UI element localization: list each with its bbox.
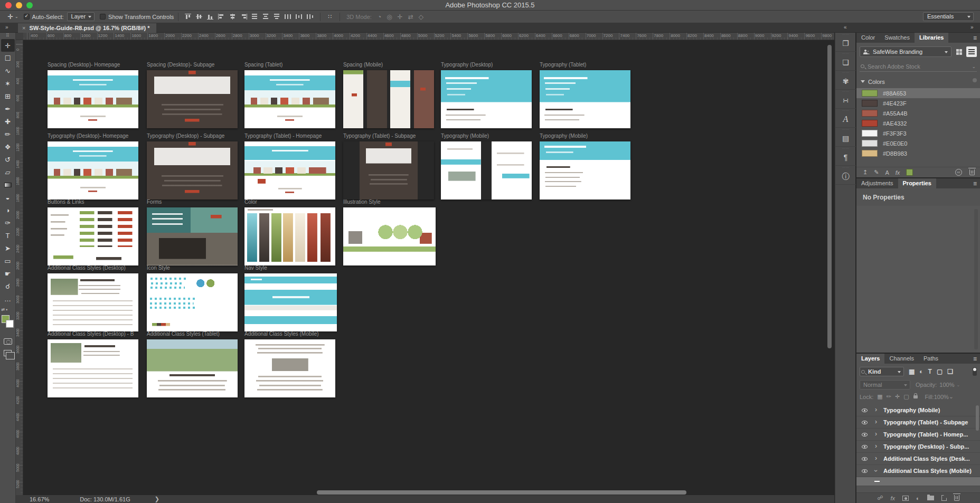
chevron-down-icon[interactable]: ⌄: [972, 64, 976, 69]
artboard-label[interactable]: Buttons & Links: [48, 199, 84, 205]
expand-chevron-icon[interactable]: ›: [875, 454, 877, 462]
device-preview-icon[interactable]: ⋯⋯❐: [835, 33, 856, 52]
artboard-label[interactable]: Icon Style: [147, 265, 170, 271]
hand-tool[interactable]: ☛: [1, 267, 15, 280]
path-selection-tool[interactable]: ➤: [1, 242, 15, 254]
glyphs-panel-icon[interactable]: ⋯⋯A: [835, 109, 856, 128]
tab-swatches[interactable]: Swatches: [880, 33, 915, 43]
distribute-top-edges-icon[interactable]: [251, 14, 258, 20]
delete-icon[interactable]: [969, 169, 975, 175]
visibility-eye-icon[interactable]: [862, 469, 868, 473]
3d-pan-icon[interactable]: ✛: [398, 13, 403, 21]
artboard-thumbnail[interactable]: [147, 70, 238, 128]
close-tab-icon[interactable]: ×: [22, 25, 25, 31]
artboard-thumbnail[interactable]: [244, 141, 335, 200]
artboard-thumbnail[interactable]: [48, 339, 138, 397]
tab-properties[interactable]: Properties: [898, 178, 936, 188]
library-color-item[interactable]: #F3F3F3: [856, 128, 980, 138]
visibility-eye-icon[interactable]: [862, 457, 868, 461]
artboard-thumbnail[interactable]: [244, 273, 337, 331]
artboard-label[interactable]: Additional Class Styles (Tablet): [147, 331, 220, 337]
eyedropper-tool[interactable]: ✒: [1, 102, 15, 115]
3d-roll-icon[interactable]: ◎: [387, 13, 392, 21]
status-expander-icon[interactable]: ❯: [155, 496, 159, 502]
layer-row[interactable]: ›Typography (Tablet) - Homep...: [856, 429, 980, 441]
brush-settings-icon[interactable]: ⋯⋯✾: [835, 71, 856, 90]
delete-layer-icon[interactable]: [954, 495, 959, 501]
filter-kind-dropdown[interactable]: Kind: [860, 367, 904, 376]
vertical-ruler[interactable]: 0200400600800100012001400160018002000220…: [16, 40, 23, 495]
toolbar-collapse-icon[interactable]: »: [5, 24, 8, 30]
artboard-panel-icon[interactable]: ⋯⋯❏: [835, 52, 856, 71]
lock-artboard-icon[interactable]: ▢: [903, 393, 909, 400]
artboard-label[interactable]: Typography (Mobile): [540, 133, 588, 139]
lock-all-icon[interactable]: [913, 395, 918, 398]
artboard-thumbnail[interactable]: [48, 70, 138, 128]
move-tool-badge[interactable]: ✛⌄: [7, 13, 18, 21]
distribute-horizontal-centers-icon[interactable]: [296, 14, 303, 20]
background-color-swatch[interactable]: [6, 320, 14, 328]
library-color-item[interactable]: #88A653: [856, 88, 980, 98]
type-tool[interactable]: T: [1, 229, 15, 242]
add-character-style-icon[interactable]: A: [885, 169, 889, 176]
layer-row[interactable]: ›Additional Class Styles (Mobile): [856, 465, 980, 477]
artboard-thumbnail[interactable]: [244, 207, 335, 265]
library-color-item[interactable]: #4E423F: [856, 98, 980, 108]
creative-cloud-sync-icon[interactable]: cc: [955, 169, 962, 176]
filter-smart-objects-icon[interactable]: ❏: [947, 368, 953, 375]
canvas-vertical-scrollbar[interactable]: [827, 45, 832, 348]
document-tab[interactable]: × SW-Style-Guide-R8.psd @ 16.7% (RGB/8#)…: [18, 23, 156, 33]
artboard-thumbnail[interactable]: [244, 70, 335, 128]
expand-chevron-icon[interactable]: ›: [875, 430, 877, 438]
layer-list-scrollbar[interactable]: [976, 405, 979, 431]
artboard-thumbnail[interactable]: [343, 207, 436, 265]
filter-adjustment-layers-icon[interactable]: ◐: [919, 368, 923, 375]
new-layer-icon[interactable]: [941, 495, 947, 501]
upload-icon[interactable]: ↥: [863, 169, 868, 176]
horizontal-ruler[interactable]: 4006008001000120014001600180020002200240…: [23, 33, 834, 40]
artboard-thumbnail[interactable]: [147, 141, 238, 200]
workspace-dropdown[interactable]: Essentials: [923, 12, 974, 21]
align-left-edges-icon[interactable]: [218, 14, 225, 20]
filter-pixel-layers-icon[interactable]: ▦: [909, 368, 915, 375]
artboard-thumbnail[interactable]: [441, 141, 532, 200]
tab-layers[interactable]: Layers: [856, 354, 884, 364]
artboard-thumbnail[interactable]: [343, 141, 434, 200]
artboard-label[interactable]: Spacing (Mobile): [343, 62, 383, 68]
artboard-label[interactable]: Additional Class Styles (Desktop) - B: [48, 331, 134, 337]
artboard-thumbnail[interactable]: [244, 339, 335, 397]
brush-tool[interactable]: ✏: [1, 128, 15, 140]
3d-orbit-icon[interactable]: ◔: [378, 13, 381, 21]
grid-view-button[interactable]: [954, 46, 964, 57]
distribute-right-edges-icon[interactable]: [307, 14, 314, 20]
lock-image-pixels-icon[interactable]: ✏: [887, 393, 891, 400]
add-graphic-icon[interactable]: ✎: [874, 169, 879, 176]
move-tool[interactable]: ✛: [1, 39, 15, 52]
artboard-thumbnail[interactable]: [48, 273, 138, 331]
artboard-thumbnail[interactable]: [147, 273, 238, 331]
layer-row[interactable]: ›Typography (Tablet) - Subpage: [856, 416, 980, 429]
crop-tool[interactable]: ⊞: [1, 90, 15, 102]
library-color-item[interactable]: #D8B983: [856, 148, 980, 157]
panel-menu-icon[interactable]: ≡: [973, 180, 977, 187]
artboard-label[interactable]: Additional Class Styles (Mobile): [244, 331, 319, 337]
artboard-label[interactable]: Typography (Tablet): [540, 62, 586, 68]
screen-mode-button[interactable]: [4, 350, 12, 356]
artboard-label[interactable]: Additional Class Styles (Desktop): [48, 265, 126, 271]
panel-scrollbar[interactable]: [974, 209, 978, 349]
shape-tool[interactable]: ▭: [1, 254, 15, 267]
panel-menu-icon[interactable]: ≡: [973, 34, 977, 42]
artboard-label[interactable]: Nav Style: [244, 265, 267, 271]
artboard-label[interactable]: Forms: [147, 199, 162, 205]
visibility-eye-icon[interactable]: [862, 421, 868, 424]
marquee-tool[interactable]: ☐: [1, 52, 15, 64]
new-group-icon[interactable]: [927, 496, 934, 500]
info-panel-icon[interactable]: ⋯⋯ⓘ: [835, 166, 856, 185]
artboard-thumbnail[interactable]: [147, 207, 238, 265]
3d-slide-icon[interactable]: ⇄: [408, 13, 413, 21]
healing-brush-tool[interactable]: ✚: [1, 115, 15, 128]
colors-section-header[interactable]: Colors: [860, 78, 977, 85]
tab-paths[interactable]: Paths: [919, 354, 943, 364]
align-top-edges-icon[interactable]: [185, 14, 192, 20]
align-bottom-edges-icon[interactable]: [207, 14, 214, 20]
